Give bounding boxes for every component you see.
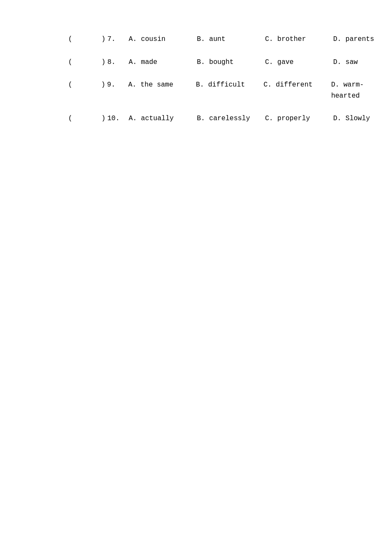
bracket-open-8: (	[68, 57, 76, 68]
question-number-10: 10.	[107, 113, 129, 124]
option-c-7: C. brother	[265, 34, 333, 45]
option-a-7: A. cousin	[129, 34, 197, 45]
question-row-7: ( ) 7. A. cousin B. aunt C. brother D. p…	[68, 34, 392, 45]
option-a-9: A. the same	[128, 80, 196, 91]
option-d-9: D. warm-hearted	[331, 80, 392, 101]
question-list: ( ) 7. A. cousin B. aunt C. brother D. p…	[0, 0, 392, 124]
bracket-open-10: (	[68, 113, 76, 124]
question-row-10: ( ) 10. A. actually B. carelessly C. pro…	[68, 113, 392, 124]
question-row-9: ( ) 9. A. the same B. difficult C. diffe…	[68, 80, 392, 101]
answer-blank-9	[76, 80, 101, 91]
option-b-8: B. bought	[197, 57, 265, 68]
question-number-9: 9.	[107, 80, 128, 91]
option-b-7: B. aunt	[197, 34, 265, 45]
question-number-8: 8.	[107, 57, 129, 68]
answer-blank-7	[76, 34, 101, 45]
bracket-close-10: )	[101, 113, 106, 124]
bracket-open-7: (	[68, 34, 76, 45]
bracket-open-9: (	[68, 80, 76, 91]
option-d-8: D. saw	[333, 57, 358, 68]
answer-blank-10	[76, 113, 101, 124]
option-a-10: A. actually	[129, 113, 197, 124]
option-d-10: D. Slowly	[333, 113, 370, 124]
answer-blank-8	[76, 57, 101, 68]
option-c-8: C. gave	[265, 57, 333, 68]
question-row-8: ( ) 8. A. made B. bought C. gave D. saw	[68, 57, 392, 68]
option-a-8: A. made	[129, 57, 197, 68]
option-b-9: B. difficult	[196, 80, 264, 91]
option-d-7: D. parents	[333, 34, 374, 45]
bracket-close-7: )	[101, 34, 106, 45]
option-c-9: C. different	[263, 80, 331, 91]
bracket-close-8: )	[101, 57, 106, 68]
option-b-10: B. carelessly	[197, 113, 265, 124]
question-number-7: 7.	[107, 34, 129, 45]
option-c-10: C. properly	[265, 113, 333, 124]
bracket-close-9: )	[101, 80, 105, 91]
